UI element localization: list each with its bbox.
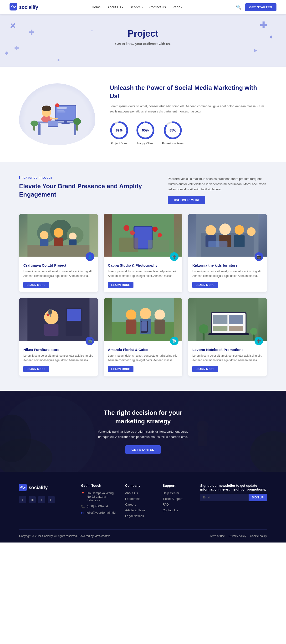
svg-point-21 xyxy=(74,118,81,125)
learn-more-btn-6[interactable]: LEARN MORE xyxy=(192,366,218,372)
instagram-icon[interactable]: ◉ xyxy=(28,496,36,503)
support-link-contact[interactable]: Contact Us xyxy=(162,508,178,512)
newsletter-email-input[interactable] xyxy=(200,494,248,501)
nav-page[interactable]: Page xyxy=(172,5,182,9)
nav-service[interactable]: Service xyxy=(130,5,143,9)
svg-rect-60 xyxy=(234,235,245,247)
footer: socialify f ◉ t in Get In Touch 📍 Jln Ce… xyxy=(0,472,286,542)
search-icon[interactable]: 🔍 xyxy=(236,4,241,10)
cta-title: The right decision for your marketing st… xyxy=(93,408,193,426)
footer-logo-icon xyxy=(19,484,27,491)
project-card-5: 📡 Amanda Florist & Cafee Lorem ipsum dol… xyxy=(104,298,182,376)
linkedin-icon[interactable]: in xyxy=(48,496,55,503)
footer-newsletter-heading: Signup our newsletter to get update info… xyxy=(200,484,267,491)
card-title-4: Nikea Furniture store xyxy=(23,348,94,352)
privacy-link[interactable]: Privacy policy xyxy=(228,534,246,538)
svg-rect-39 xyxy=(54,238,63,246)
twitter-icon[interactable]: t xyxy=(38,496,45,503)
featured-description: Pharetra vehicula maximus sodales praese… xyxy=(168,176,267,192)
support-link-faq[interactable]: FAQ xyxy=(162,503,169,506)
svg-rect-10 xyxy=(57,107,67,109)
svg-point-104 xyxy=(20,487,22,488)
learn-more-btn-3[interactable]: LEARN MORE xyxy=(192,282,218,288)
svg-point-45 xyxy=(124,225,129,231)
phone-icon: 📞 xyxy=(81,505,85,508)
svg-rect-11 xyxy=(57,110,64,110)
support-link-ticket[interactable]: Ticket Support xyxy=(162,497,182,500)
card-text-2: Lorem ipsum dolor sit amet, consectetur … xyxy=(108,269,178,278)
nav-home[interactable]: Home xyxy=(92,5,100,9)
cookie-link[interactable]: Cookie policy xyxy=(250,534,267,538)
svg-point-1 xyxy=(11,6,12,7)
stat-value-2: 95% xyxy=(142,128,149,132)
support-link-help[interactable]: Help Center xyxy=(162,491,179,495)
project-card-4: 📹 Nikea Furniture store Lorem ipsum dolo… xyxy=(19,298,98,376)
svg-point-93 xyxy=(250,328,258,335)
footer-logo: socialify xyxy=(19,484,72,491)
footer-company-links: About Us Leadership Careers Article & Ne… xyxy=(125,491,153,518)
stat-label-2: Happy Client xyxy=(137,142,154,145)
terms-link[interactable]: Term of use xyxy=(210,534,225,538)
card-badge-4: 📹 xyxy=(86,337,94,345)
footer-get-in-touch: Get In Touch 📍 Jln Cempaka Wangi No 22 J… xyxy=(81,484,116,520)
card-text-5: Lorem ipsum dolor sit amet, consectetur … xyxy=(108,354,178,362)
company-link-about[interactable]: About Us xyxy=(125,491,138,495)
svg-point-75 xyxy=(140,308,151,319)
hero-title: Project xyxy=(10,28,276,39)
company-link-legal[interactable]: Legal Notices xyxy=(125,514,144,518)
card-img-wrap-2: ➕ xyxy=(104,214,182,256)
svg-point-19 xyxy=(30,120,38,126)
hero-banner: ✕ ✚ ✚ ◆ ✚ ▲ ▶ ✚ ▲ Project Get to know yo… xyxy=(0,14,286,67)
svg-point-70 xyxy=(48,309,52,315)
facebook-icon[interactable]: f xyxy=(19,496,26,503)
footer-company: Company About Us Leadership Careers Arti… xyxy=(125,484,153,520)
project-img-4 xyxy=(19,298,98,341)
card-title-2: Cappa Studio & Photography xyxy=(108,263,178,267)
card-badge-6: ➕ xyxy=(254,337,263,345)
company-link-news[interactable]: Article & News xyxy=(125,508,146,512)
svg-rect-67 xyxy=(67,309,81,321)
svg-rect-9 xyxy=(62,123,70,124)
stats-row: 89% Project Done 95% Happy Client xyxy=(110,121,267,145)
learn-more-btn-1[interactable]: LEARN MORE xyxy=(23,282,49,288)
nav-contact[interactable]: Contact Us xyxy=(150,5,166,9)
stat-value-3: 85% xyxy=(170,128,176,132)
svg-point-2 xyxy=(15,6,16,7)
learn-more-btn-4[interactable]: LEARN MORE xyxy=(23,366,49,372)
svg-rect-65 xyxy=(44,324,58,336)
svg-rect-4 xyxy=(38,124,40,135)
svg-rect-81 xyxy=(141,322,147,332)
footer-bottom: Copyright © 2024 Socialify. All rights r… xyxy=(19,534,267,538)
footer-divider xyxy=(19,530,267,530)
company-link-leadership[interactable]: Leadership xyxy=(125,497,140,500)
card-badge-3: 🎬 xyxy=(254,252,263,261)
svg-rect-61 xyxy=(208,241,228,247)
discover-more-button[interactable]: DISCOVER MORE xyxy=(168,196,205,204)
featured-title: Elevate Your Brand Presence and Amplify … xyxy=(19,182,156,199)
footer-company-heading: Company xyxy=(125,484,153,488)
svg-rect-40 xyxy=(69,240,76,246)
card-body-4: Nikea Furniture store Lorem ipsum dolor … xyxy=(19,341,98,376)
cta-button[interactable]: GET STARTED xyxy=(125,445,161,454)
company-link-careers[interactable]: Careers xyxy=(125,503,136,506)
about-illustration: ! xyxy=(19,84,95,145)
svg-point-46 xyxy=(130,230,135,235)
learn-more-btn-2[interactable]: LEARN MORE xyxy=(108,282,134,288)
footer-bottom-links: Term of use Privacy policy Cookie policy xyxy=(210,534,267,538)
svg-point-57 xyxy=(247,227,256,236)
footer-top: socialify f ◉ t in Get In Touch 📍 Jln Ce… xyxy=(19,484,267,520)
project-card-3: 🎬 Kidzonia the kids furniture Lorem ipsu… xyxy=(188,214,267,292)
svg-rect-34 xyxy=(28,245,90,256)
svg-rect-17 xyxy=(48,121,58,126)
project-img-3 xyxy=(188,214,267,256)
newsletter-signup-button[interactable]: SIGN UP xyxy=(248,494,267,501)
featured-right: Pharetra vehicula maximus sodales praese… xyxy=(168,176,267,204)
svg-rect-5 xyxy=(74,124,76,135)
svg-point-15 xyxy=(42,106,51,111)
location-icon: 📍 xyxy=(81,492,85,495)
nav-about[interactable]: About Us xyxy=(107,5,123,9)
logo[interactable]: socialify xyxy=(10,3,38,12)
featured-left: FEATURED PROJECT Elevate Your Brand Pres… xyxy=(19,176,156,199)
get-started-button[interactable]: GET STARTED xyxy=(245,3,276,11)
learn-more-btn-5[interactable]: LEARN MORE xyxy=(108,366,134,372)
